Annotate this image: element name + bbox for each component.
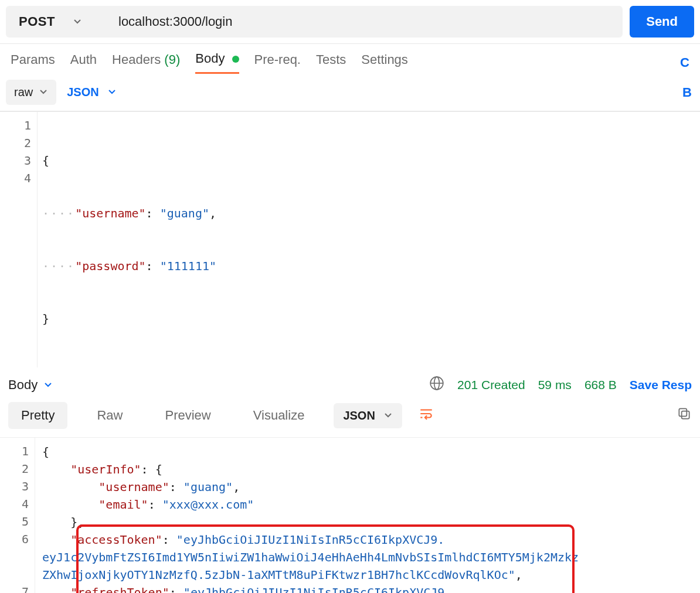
- response-body-editor[interactable]: 1 2 3 4 5 6 7 8 { "userInfo": { "usernam…: [0, 437, 700, 593]
- tab-auth[interactable]: Auth: [70, 52, 97, 73]
- globe-icon[interactable]: [429, 376, 444, 394]
- tab-headers-label: Headers: [112, 52, 161, 67]
- body-format-select[interactable]: JSON: [67, 86, 116, 99]
- wrap-lines-icon[interactable]: [419, 406, 434, 425]
- tab-body[interactable]: Body: [195, 51, 239, 74]
- body-type-row: raw JSON B: [0, 74, 700, 111]
- request-tabs: Params Auth Headers (9) Body Pre-req. Te…: [0, 44, 700, 74]
- line-number: 3: [5, 152, 31, 169]
- chevron-down-icon: [73, 14, 82, 29]
- line-gutter: 1 2 3 4 5 6 7 8: [0, 438, 35, 593]
- chevron-down-icon: [383, 409, 393, 422]
- response-header: Body 201 Created 59 ms 668 B Save Resp: [0, 367, 700, 397]
- chevron-down-icon: [43, 377, 53, 393]
- shortcut-letter: B: [682, 85, 692, 100]
- tab-prereq[interactable]: Pre-req.: [254, 52, 301, 73]
- response-view-tabs: Pretty Raw Preview Visualize JSON: [0, 397, 700, 437]
- code-area[interactable]: { ····"username": "guang", ····"password…: [38, 112, 221, 367]
- code-area[interactable]: { "userInfo": { "username": "guang", "em…: [35, 438, 700, 593]
- send-button[interactable]: Send: [630, 6, 694, 38]
- method-label: POST: [19, 14, 55, 29]
- http-method-select[interactable]: POST: [6, 6, 106, 38]
- tab-tests[interactable]: Tests: [316, 52, 346, 73]
- response-format-select[interactable]: JSON: [334, 403, 402, 428]
- line-number: 4: [5, 169, 31, 187]
- response-size: 668 B: [585, 378, 617, 392]
- dot-indicator-icon: [232, 56, 239, 63]
- shortcut-letter: C: [680, 55, 689, 70]
- line-gutter: 1 2 3 4: [0, 112, 38, 367]
- request-body-editor[interactable]: 1 2 3 4 { ····"username": "guang", ····"…: [0, 111, 700, 367]
- body-format-label: JSON: [67, 86, 98, 99]
- tab-settings[interactable]: Settings: [361, 52, 408, 73]
- tab-headers[interactable]: Headers (9): [112, 52, 180, 73]
- response-format-label: JSON: [343, 409, 375, 422]
- chevron-down-icon: [39, 86, 48, 99]
- resp-tab-pretty[interactable]: Pretty: [8, 402, 67, 429]
- resp-tab-visualize[interactable]: Visualize: [240, 402, 318, 429]
- body-raw-label: raw: [14, 86, 33, 99]
- resp-tab-raw[interactable]: Raw: [84, 402, 135, 429]
- headers-count: (9): [164, 52, 180, 67]
- tab-body-label: Body: [195, 51, 225, 66]
- request-bar: POST localhost:3000/login Send: [0, 0, 700, 44]
- url-text: localhost:3000/login: [118, 14, 232, 29]
- status-code: 201 Created: [457, 378, 525, 392]
- tab-params[interactable]: Params: [11, 52, 55, 73]
- url-input[interactable]: localhost:3000/login: [106, 6, 623, 38]
- chevron-down-icon: [107, 86, 117, 99]
- response-time: 59 ms: [538, 378, 572, 392]
- line-number: 2: [5, 134, 31, 152]
- body-raw-select[interactable]: raw: [6, 80, 56, 105]
- resp-tab-preview[interactable]: Preview: [152, 402, 223, 429]
- response-section-label: Body: [8, 377, 38, 393]
- save-response-button[interactable]: Save Resp: [630, 378, 692, 392]
- copy-icon[interactable]: [677, 406, 692, 425]
- response-section-select[interactable]: Body: [8, 377, 53, 393]
- svg-rect-2: [682, 411, 689, 419]
- line-number: 1: [5, 117, 31, 134]
- svg-rect-3: [679, 408, 687, 416]
